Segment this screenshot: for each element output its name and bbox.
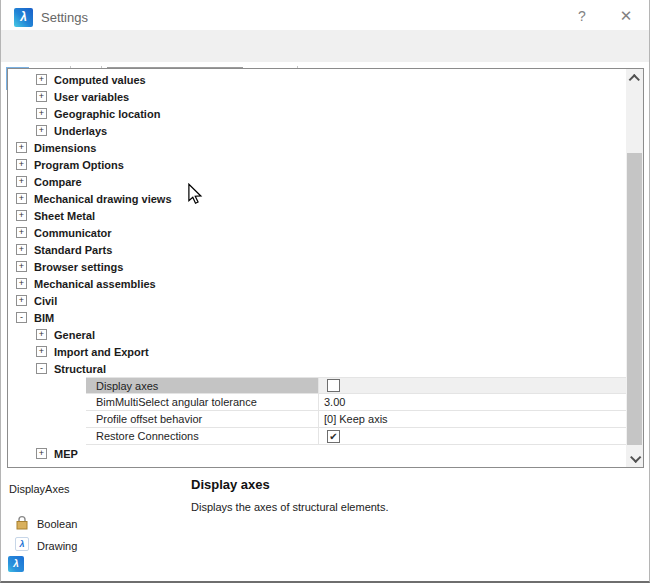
tree-item-label: Browser settings (34, 261, 123, 273)
tree-item-label: Civil (34, 295, 57, 307)
expand-icon[interactable]: + (36, 125, 47, 136)
setting-value[interactable]: 3.00 (324, 396, 345, 408)
expand-icon[interactable]: + (16, 176, 27, 187)
tree-item-import-and-export[interactable]: + Import and Export (8, 343, 626, 360)
app-logo-icon: λ (14, 8, 33, 27)
tree-item-standard-parts[interactable]: + Standard Parts (8, 241, 626, 258)
expand-icon[interactable]: + (36, 448, 47, 459)
expand-icon[interactable]: + (36, 329, 47, 340)
drawing-file-icon: λ (15, 537, 29, 551)
setting-label: Restore Connections (86, 428, 319, 444)
tree-rows: + Computed values + User variables + Geo… (8, 71, 626, 462)
close-button[interactable]: ✕ (615, 6, 637, 26)
expand-icon[interactable]: + (36, 74, 47, 85)
setting-row-bimmultiselect-angular-tolerance[interactable]: BimMultiSelect angular tolerance 3.00 (86, 394, 626, 411)
tree-item-browser-settings[interactable]: + Browser settings (8, 258, 626, 275)
expand-icon[interactable]: + (16, 278, 27, 289)
tree-item-dimensions[interactable]: + Dimensions (8, 139, 626, 156)
title-bar: λ Settings ? ✕ (1, 0, 650, 30)
tree-item-program-options[interactable]: + Program Options (8, 156, 626, 173)
settings-tree-panel: + Computed values + User variables + Geo… (7, 68, 644, 468)
tree-item-label: Computed values (54, 74, 146, 86)
tree-item-bim[interactable]: - BIM (8, 309, 626, 326)
expand-icon[interactable]: + (16, 142, 27, 153)
expand-icon[interactable]: + (16, 193, 27, 204)
tree-item-label: Compare (34, 176, 82, 188)
tree-item-label: User variables (54, 91, 129, 103)
tree-item-label: Import and Export (54, 346, 149, 358)
checkbox-restore-connections[interactable]: ✔ (327, 430, 340, 443)
setting-row-profile-offset-behavior[interactable]: Profile offset behavior [0] Keep axis (86, 411, 626, 428)
tree-item-compare[interactable]: + Compare (8, 173, 626, 190)
vertical-scrollbar[interactable] (626, 69, 643, 467)
tree-item-label: Communicator (34, 227, 112, 239)
expand-icon[interactable]: + (36, 91, 47, 102)
tree-item-label: MEP (54, 448, 78, 460)
setting-description: Displays the axes of structural elements… (191, 501, 388, 513)
window-title: Settings (41, 10, 88, 25)
padlock-icon (14, 515, 30, 535)
variable-type-label: Boolean (37, 518, 77, 530)
tree-item-general[interactable]: + General (8, 326, 626, 343)
setting-row-restore-connections[interactable]: Restore Connections ✔ (86, 428, 626, 445)
expand-icon[interactable]: + (16, 295, 27, 306)
chevron-down-icon (630, 451, 641, 462)
chevron-up-icon (628, 74, 639, 85)
scrollbar-thumb[interactable] (627, 153, 642, 445)
setting-title: Display axes (191, 477, 270, 492)
tree-item-mechanical-assemblies[interactable]: + Mechanical assemblies (8, 275, 626, 292)
tree-item-user-variables[interactable]: + User variables (8, 88, 626, 105)
tree-item-communicator[interactable]: + Communicator (8, 224, 626, 241)
tree-item-civil[interactable]: + Civil (8, 292, 626, 309)
expand-icon[interactable]: + (16, 159, 27, 170)
tree-item-structural[interactable]: - Structural (8, 360, 626, 377)
tree-item-label: BIM (34, 312, 54, 324)
tree-item-label: Dimensions (34, 142, 96, 154)
bricscad-logo-icon: λ (8, 556, 24, 572)
expand-icon[interactable]: + (16, 244, 27, 255)
tree-item-label: Mechanical drawing views (34, 193, 172, 205)
tree-item-label: Structural (54, 363, 106, 375)
expand-icon[interactable]: + (36, 108, 47, 119)
tree-item-underlays[interactable]: + Underlays (8, 122, 626, 139)
expand-icon[interactable]: + (16, 210, 27, 221)
tree-item-label: Standard Parts (34, 244, 112, 256)
expand-icon[interactable]: + (16, 261, 27, 272)
help-button[interactable]: ? (571, 6, 593, 26)
toolbar: A Z ⚙ ↑ ↓ (1, 30, 650, 62)
variable-name: DisplayAxes (9, 483, 70, 495)
tree-item-label: Underlays (54, 125, 107, 137)
tree-item-label: Geographic location (54, 108, 160, 120)
scroll-up-button[interactable] (626, 71, 643, 86)
tree-item-label: Sheet Metal (34, 210, 95, 222)
settings-window: λ Settings ? ✕ A Z ⚙ (0, 0, 650, 583)
checkbox-display-axes[interactable] (327, 379, 340, 392)
tree-item-geographic-location[interactable]: + Geographic location (8, 105, 626, 122)
tree-item-label: General (54, 329, 95, 341)
tree-item-label: Mechanical assemblies (34, 278, 156, 290)
setting-label: Display axes (86, 378, 319, 393)
scroll-down-button[interactable] (626, 450, 643, 465)
tree-item-computed-values[interactable]: + Computed values (8, 71, 626, 88)
expand-icon[interactable]: + (36, 346, 47, 357)
setting-label: Profile offset behavior (86, 411, 319, 427)
expand-icon[interactable]: + (16, 227, 27, 238)
tree-item-label: Program Options (34, 159, 124, 171)
setting-row-display-axes[interactable]: Display axes (86, 377, 626, 394)
collapse-icon[interactable]: - (16, 312, 27, 323)
tree-item-mep[interactable]: + MEP (8, 445, 626, 462)
setting-value[interactable]: [0] Keep axis (324, 413, 388, 425)
tree-item-mechanical-drawing-views[interactable]: + Mechanical drawing views (8, 190, 626, 207)
setting-label: BimMultiSelect angular tolerance (86, 394, 319, 410)
tree-item-sheet-metal[interactable]: + Sheet Metal (8, 207, 626, 224)
collapse-icon[interactable]: - (36, 363, 47, 374)
variable-scope-label: Drawing (37, 540, 77, 552)
